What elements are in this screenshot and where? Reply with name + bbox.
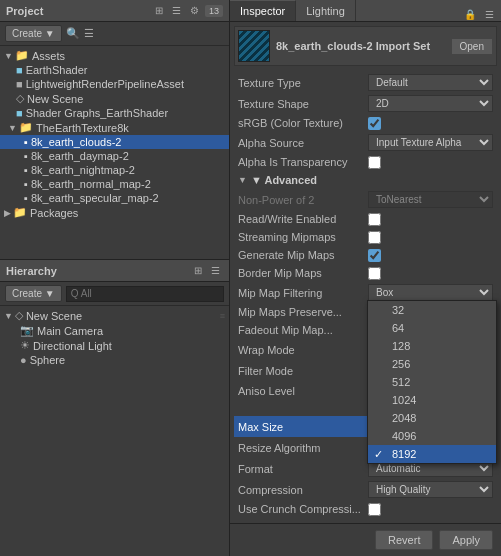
resize-label: Resize Algorithm <box>238 442 368 454</box>
hierarchy-tree: ▼ ◇ New Scene ≡ 📷 Main Camera ☀ Directio… <box>0 306 229 556</box>
inspector-lock-icon[interactable]: 🔒 <box>461 8 479 21</box>
gen-mip-label: Generate Mip Maps <box>238 249 368 261</box>
alpha-trans-checkbox[interactable] <box>368 156 381 169</box>
packages-root[interactable]: ▶ 📁 Packages <box>0 205 229 220</box>
project-create-btn[interactable]: Create ▼ <box>5 25 62 42</box>
project-icon-2[interactable]: ☰ <box>169 4 184 17</box>
project-toolbar: Create ▼ 🔍 ☰ <box>0 22 229 46</box>
open-button[interactable]: Open <box>451 38 493 55</box>
mip-filter-select[interactable]: Box <box>368 284 493 301</box>
project-title: Project <box>6 5 43 17</box>
compression-row: Compression High Quality <box>234 479 497 500</box>
tree-item-shadergraphs[interactable]: ■ Shader Graphs_EarthShader <box>0 106 229 120</box>
hierarchy-toolbar: Create ▼ <box>0 282 229 306</box>
inspector-tab-icons: 🔒 ☰ <box>461 8 501 21</box>
fadeout-label: Fadeout Mip Map... <box>238 324 368 336</box>
hierarchy-scene[interactable]: ▼ ◇ New Scene ≡ <box>0 308 229 323</box>
compression-label: Compression <box>238 484 368 496</box>
streaming-mips-checkbox[interactable] <box>368 231 381 244</box>
tree-item-daymap2[interactable]: ▪ 8k_earth_daymap-2 <box>0 149 229 163</box>
hierarchy-icon-1[interactable]: ⊞ <box>191 264 205 277</box>
assets-root[interactable]: ▼ 📁 Assets <box>0 48 229 63</box>
max-size-label: Max Size <box>238 421 368 433</box>
tab-lighting[interactable]: Lighting <box>296 0 356 21</box>
dropdown-item-4096[interactable]: 4096 <box>368 427 496 445</box>
project-header-icons: ⊞ ☰ ⚙ 13 <box>152 4 223 17</box>
dropdown-item-32[interactable]: 32 <box>368 301 496 319</box>
mip-filter-label: Mip Map Filtering <box>238 287 368 299</box>
apply-button[interactable]: Apply <box>439 530 493 550</box>
tab-inspector[interactable]: Inspector <box>230 0 296 21</box>
hierarchy-main-camera[interactable]: 📷 Main Camera <box>0 323 229 338</box>
non-power-label: Non-Power of 2 <box>238 194 368 206</box>
hierarchy-create-btn[interactable]: Create ▼ <box>5 285 62 302</box>
border-mip-row: Border Mip Maps <box>234 264 497 282</box>
aniso-label: Aniso Level <box>238 385 368 397</box>
border-mip-checkbox[interactable] <box>368 267 381 280</box>
project-panel-header: Project ⊞ ☰ ⚙ 13 <box>0 0 229 22</box>
inspector-tabs: Inspector Lighting 🔒 ☰ <box>230 0 501 22</box>
mip-preserve-label: Mip Maps Preserve... <box>238 306 368 318</box>
import-title: 8k_earth_clouds-2 Import Set <box>276 40 445 52</box>
dropdown-item-64[interactable]: 64 <box>368 319 496 337</box>
advanced-section[interactable]: ▼ ▼ Advanced <box>234 171 497 189</box>
texture-type-label: Texture Type <box>238 77 368 89</box>
crunch-row: Use Crunch Compressi... <box>234 500 497 518</box>
dropdown-item-1024[interactable]: 1024 <box>368 391 496 409</box>
crunch-label: Use Crunch Compressi... <box>238 503 368 515</box>
alpha-source-label: Alpha Source <box>238 137 368 149</box>
texture-thumbnail <box>238 30 270 62</box>
alpha-trans-row: Alpha Is Transparency <box>234 153 497 171</box>
tree-item-pipeline[interactable]: ■ LightweightRenderPipelineAsset <box>0 77 229 91</box>
tree-item-earthshader[interactable]: ■ EarthShader <box>0 63 229 77</box>
search-icon: 🔍 <box>66 27 80 40</box>
border-mip-label: Border Mip Maps <box>238 267 368 279</box>
tree-item-specularmap2[interactable]: ▪ 8k_earth_specular_map-2 <box>0 191 229 205</box>
dropdown-item-256[interactable]: 256 <box>368 355 496 373</box>
dropdown-item-8192[interactable]: 8192 <box>368 445 496 463</box>
compression-select[interactable]: High Quality <box>368 481 493 498</box>
tree-item-clouds2[interactable]: ▪ 8k_earth_clouds-2 <box>0 135 229 149</box>
wrap-mode-label: Wrap Mode <box>238 344 368 356</box>
texture-shape-select[interactable]: 2D <box>368 95 493 112</box>
hierarchy-search[interactable] <box>66 286 224 302</box>
project-icon-3[interactable]: ⚙ <box>187 4 202 17</box>
hierarchy-header-icons: ⊞ ☰ <box>191 264 223 277</box>
tree-item-earthtexture[interactable]: ▼ 📁 TheEarthTexture8k <box>0 120 229 135</box>
alpha-source-select[interactable]: Input Texture Alpha <box>368 134 493 151</box>
read-write-checkbox[interactable] <box>368 213 381 226</box>
alpha-source-row: Alpha Source Input Texture Alpha <box>234 132 497 153</box>
crunch-checkbox[interactable] <box>368 503 381 516</box>
mip-filter-dropdown[interactable]: 32 64 128 256 512 1024 2048 4096 8192 <box>367 300 497 464</box>
tree-item-nightmap2[interactable]: ▪ 8k_earth_nightmap-2 <box>0 163 229 177</box>
texture-type-row: Texture Type Default <box>234 72 497 93</box>
gen-mip-checkbox[interactable] <box>368 249 381 262</box>
hierarchy-directional-light[interactable]: ☀ Directional Light <box>0 338 229 353</box>
tree-item-newscene[interactable]: ◇ New Scene <box>0 91 229 106</box>
srgb-checkbox[interactable] <box>368 117 381 130</box>
texture-type-select[interactable]: Default <box>368 74 493 91</box>
filter-icon: ☰ <box>84 27 94 40</box>
non-power-select[interactable]: ToNearest <box>368 191 493 208</box>
dropdown-item-512[interactable]: 512 <box>368 373 496 391</box>
revert-button[interactable]: Revert <box>375 530 433 550</box>
read-write-row: Read/Write Enabled <box>234 210 497 228</box>
inspector-content: 8k_earth_clouds-2 Import Set Open Textur… <box>230 22 501 523</box>
dropdown-item-2048[interactable]: 2048 <box>368 409 496 427</box>
inspector-menu-icon[interactable]: ☰ <box>482 8 497 21</box>
dropdown-item-128[interactable]: 128 <box>368 337 496 355</box>
read-write-label: Read/Write Enabled <box>238 213 368 225</box>
hierarchy-sphere[interactable]: ● Sphere <box>0 353 229 367</box>
streaming-mips-label: Streaming Mipmaps <box>238 231 368 243</box>
project-tree: ▼ 📁 Assets ■ EarthShader ■ LightweightRe… <box>0 46 229 259</box>
hierarchy-title: Hierarchy <box>6 265 57 277</box>
advanced-arrow: ▼ <box>238 175 247 185</box>
inspector-footer: Revert Apply <box>230 523 501 556</box>
hierarchy-panel-header: Hierarchy ⊞ ☰ <box>0 260 229 282</box>
hierarchy-icon-2[interactable]: ☰ <box>208 264 223 277</box>
tree-item-normalmap2[interactable]: ▪ 8k_earth_normal_map-2 <box>0 177 229 191</box>
srgb-row: sRGB (Color Texture) <box>234 114 497 132</box>
project-icon-1[interactable]: ⊞ <box>152 4 166 17</box>
import-header: 8k_earth_clouds-2 Import Set Open <box>234 26 497 66</box>
texture-shape-label: Texture Shape <box>238 98 368 110</box>
